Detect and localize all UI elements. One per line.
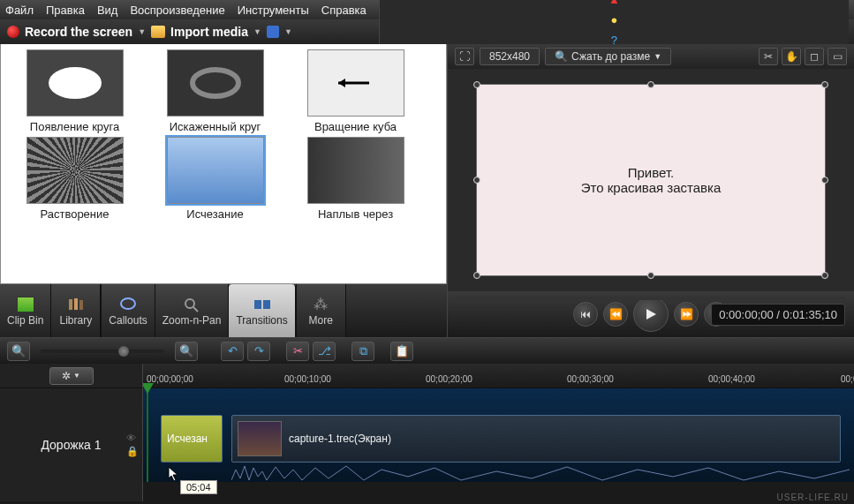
gallery-label: Наплыв через bbox=[287, 207, 424, 221]
gallery-item[interactable]: Вращение куба bbox=[287, 49, 424, 133]
expand-icon[interactable]: ⛶ bbox=[455, 48, 474, 65]
svg-point-8 bbox=[185, 299, 194, 308]
gallery-item[interactable]: Появление круга bbox=[6, 49, 143, 133]
fit-dropdown[interactable]: 🔍Сжать до разме▼ bbox=[545, 48, 671, 65]
hand-icon[interactable]: ✋ bbox=[782, 48, 801, 65]
track-area[interactable]: Исчезан↔ capture-1.trec(Экран) 05;04 bbox=[143, 388, 854, 482]
svg-rect-10 bbox=[254, 300, 261, 309]
bulb-icon[interactable]: ● bbox=[610, 13, 617, 26]
split-button[interactable]: ⎇ bbox=[313, 342, 336, 361]
svg-rect-11 bbox=[263, 300, 270, 309]
eye-icon[interactable]: 👁 bbox=[126, 433, 139, 443]
track-name: Дорожка 1 bbox=[41, 438, 101, 452]
paste-button[interactable]: 📋 bbox=[390, 342, 413, 361]
tab-zoom-pan[interactable]: Zoom-n-Pan bbox=[155, 284, 230, 337]
gallery-label: Искаженный круг bbox=[147, 120, 283, 133]
menu-bar: Файл Правка Вид Воспроизведение Инструме… bbox=[0, 0, 854, 19]
tab-callouts[interactable]: Callouts bbox=[102, 284, 155, 337]
window-icon[interactable]: ▭ bbox=[828, 48, 847, 65]
menu-help[interactable]: Справка bbox=[321, 4, 367, 17]
svg-point-1 bbox=[193, 70, 238, 96]
preview-area: Привет. Это красивая заставка bbox=[448, 69, 854, 291]
copy-button[interactable]: ⧉ bbox=[351, 342, 374, 361]
canvas-text-1: Привет. bbox=[628, 165, 675, 180]
gallery-label: Растворение bbox=[6, 207, 143, 221]
time-tooltip: 05;04 bbox=[180, 480, 217, 494]
import-dropdown[interactable]: ▼ bbox=[253, 27, 261, 36]
menu-tools[interactable]: Инструменты bbox=[238, 4, 309, 17]
tab-library[interactable]: Library bbox=[51, 284, 101, 337]
frame-icon[interactable]: ◻ bbox=[805, 48, 824, 65]
watermark: USER-LIFE.RU bbox=[777, 493, 849, 502]
gallery-label: Вращение куба bbox=[287, 120, 424, 133]
playback-controls: ⏮ ⏪ ⏩ ⏭ 0:00:00;00 / 0:01:35;10 bbox=[448, 291, 854, 337]
record-icon bbox=[7, 26, 19, 38]
tab-more[interactable]: ⁂More bbox=[297, 284, 346, 337]
menu-file[interactable]: Файл bbox=[5, 4, 34, 17]
lock-icon[interactable]: 🔒 bbox=[126, 446, 139, 457]
record-dropdown[interactable]: ▼ bbox=[138, 27, 146, 36]
cursor-icon bbox=[168, 466, 180, 482]
track-header[interactable]: Дорожка 1 👁 🔒 bbox=[0, 388, 142, 501]
timeline: ✲ ▼ Дорожка 1 👁 🔒 00;00;00;00 00;00;10;0… bbox=[0, 364, 854, 501]
clip-thumbnail bbox=[238, 421, 282, 456]
menu-edit[interactable]: Правка bbox=[46, 4, 85, 17]
gallery-item[interactable]: Растворение bbox=[6, 137, 143, 221]
transitions-gallery: Появление круга Искаженный круг Вращение… bbox=[0, 44, 447, 284]
svg-marker-12 bbox=[646, 309, 656, 320]
redo-button[interactable]: ↷ bbox=[247, 342, 270, 361]
svg-point-7 bbox=[121, 298, 135, 309]
gallery-label: Исчезание bbox=[147, 207, 283, 221]
track-options-button[interactable]: ✲ ▼ bbox=[49, 367, 94, 385]
panel-tabs: Clip Bin Library Callouts Zoom-n-Pan Tra… bbox=[0, 284, 447, 337]
gallery-item[interactable]: Наплыв через bbox=[287, 137, 424, 221]
time-display: 0:00:00;00 / 0:01:35;10 bbox=[711, 304, 845, 326]
scrubber[interactable] bbox=[457, 297, 845, 300]
bell-icon[interactable]: ▲ bbox=[608, 0, 620, 6]
timeline-ruler[interactable]: 00;00;00;00 00;00;10;00 00;00;20;00 00;0… bbox=[143, 364, 854, 388]
gallery-item-selected[interactable]: Исчезание bbox=[147, 137, 283, 221]
svg-point-0 bbox=[49, 67, 102, 99]
svg-rect-6 bbox=[79, 300, 83, 310]
app-icon[interactable] bbox=[267, 26, 279, 38]
undo-button[interactable]: ↶ bbox=[221, 342, 244, 361]
playhead[interactable] bbox=[147, 388, 148, 482]
folder-icon bbox=[151, 26, 165, 38]
waveform bbox=[231, 463, 850, 482]
gallery-label: Появление круга bbox=[6, 120, 143, 133]
crop-icon[interactable]: ✂ bbox=[759, 48, 778, 65]
preview-canvas[interactable]: Привет. Это красивая заставка bbox=[476, 84, 826, 276]
svg-rect-4 bbox=[69, 299, 72, 310]
rewind-button[interactable]: ⏪ bbox=[603, 302, 628, 327]
dimensions-box[interactable]: 852x480 bbox=[480, 48, 540, 65]
record-button[interactable]: Record the screen bbox=[25, 25, 132, 39]
zoom-out-icon[interactable]: 🔍 bbox=[7, 342, 30, 361]
menu-play[interactable]: Воспроизведение bbox=[130, 4, 224, 17]
video-clip[interactable]: capture-1.trec(Экран) bbox=[231, 415, 841, 463]
menu-view[interactable]: Вид bbox=[97, 4, 118, 17]
zoom-slider[interactable] bbox=[41, 350, 164, 353]
preview-toolbar: ⛶ 852x480 🔍Сжать до разме▼ ✂ ✋ ◻ ▭ bbox=[448, 44, 854, 69]
play-button[interactable] bbox=[633, 297, 669, 332]
svg-marker-3 bbox=[338, 79, 345, 87]
svg-rect-5 bbox=[74, 298, 78, 310]
svg-line-9 bbox=[193, 307, 198, 312]
timeline-toolbar: 🔍 🔍 ↶ ↷ ✂ ⎇ ⧉ 📋 bbox=[0, 337, 854, 364]
import-button[interactable]: Import media bbox=[170, 25, 248, 39]
forward-button[interactable]: ⏩ bbox=[674, 302, 699, 327]
canvas-text-2: Это красивая заставка bbox=[581, 180, 722, 195]
prev-button[interactable]: ⏮ bbox=[573, 302, 598, 327]
transition-clip[interactable]: Исчезан↔ bbox=[161, 415, 223, 463]
zoom-in-icon[interactable]: 🔍 bbox=[175, 342, 198, 361]
tab-transitions[interactable]: Transitions bbox=[229, 284, 295, 337]
cut-button[interactable]: ✂ bbox=[286, 342, 309, 361]
gallery-item[interactable]: Искаженный круг bbox=[147, 49, 283, 133]
tab-clip-bin[interactable]: Clip Bin bbox=[0, 284, 51, 337]
app-dropdown[interactable]: ▼ bbox=[284, 27, 292, 36]
